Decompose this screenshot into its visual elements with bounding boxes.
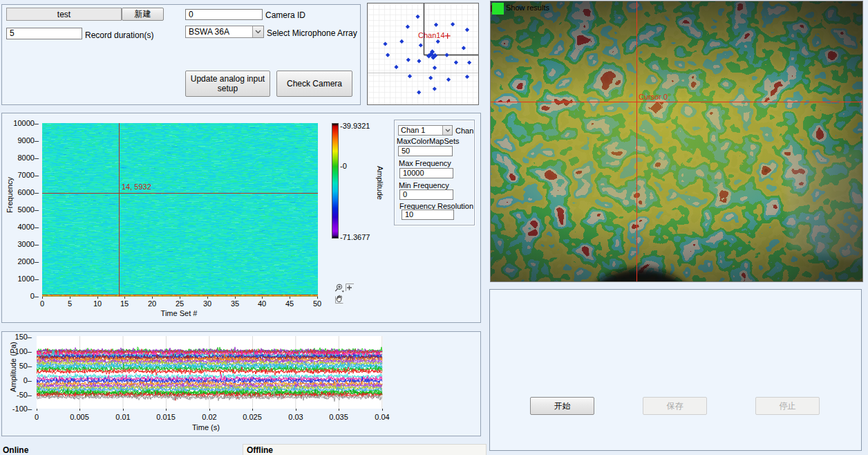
svg-text:Cursor 0: Cursor 0	[639, 93, 668, 101]
svg-text:Show results: Show results	[506, 3, 549, 12]
svg-text:14, 5932: 14, 5932	[122, 183, 151, 191]
svg-text:Chan14: Chan14	[418, 31, 445, 39]
